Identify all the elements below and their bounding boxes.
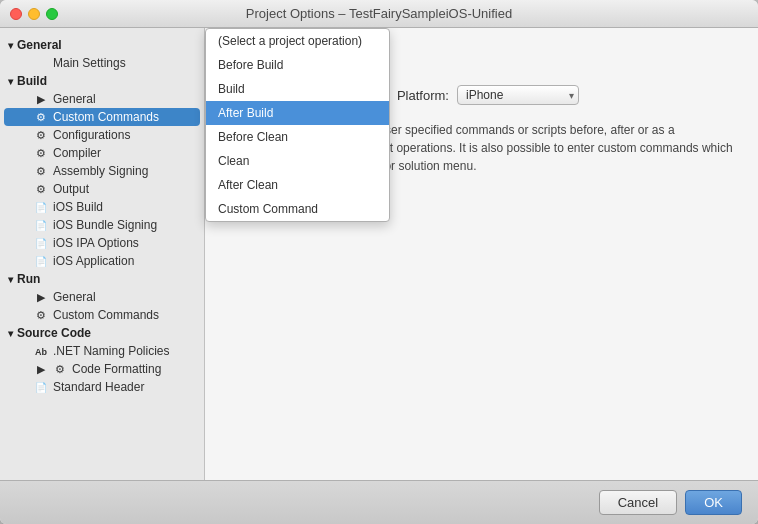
sidebar-item-standard-header-label: Standard Header bbox=[53, 380, 144, 394]
platform-select[interactable]: iPhone iPhone Simulator bbox=[457, 85, 579, 105]
sidebar-item-compiler[interactable]: Compiler bbox=[4, 144, 200, 162]
dropdown-option-after-build[interactable]: After Build bbox=[206, 101, 389, 125]
sidebar-item-general-label: General bbox=[53, 92, 96, 106]
main-panel: Custom Commands Configuration: Debug Rel… bbox=[205, 28, 758, 480]
sidebar-item-ios-build[interactable]: iOS Build bbox=[4, 198, 200, 216]
run-general-icon: ▶ bbox=[34, 291, 48, 304]
sidebar-item-ios-bundle-signing[interactable]: iOS Bundle Signing bbox=[4, 216, 200, 234]
sidebar-item-output-label: Output bbox=[53, 182, 89, 196]
sidebar-item-run-general-label: General bbox=[53, 290, 96, 304]
cancel-button[interactable]: Cancel bbox=[599, 490, 677, 515]
sidebar-item-naming-policies[interactable]: .NET Naming Policies bbox=[4, 342, 200, 360]
source-code-arrow-icon: ▾ bbox=[8, 328, 13, 339]
standard-header-icon bbox=[34, 381, 48, 393]
build-arrow-icon: ▾ bbox=[8, 76, 13, 87]
dropdown-option-clean[interactable]: Clean bbox=[206, 149, 389, 173]
sidebar-item-ios-application-label: iOS Application bbox=[53, 254, 134, 268]
sidebar-item-ios-ipa-options-label: iOS IPA Options bbox=[53, 236, 139, 250]
minimize-button[interactable] bbox=[28, 8, 40, 20]
sidebar-item-main-settings[interactable]: Main Settings bbox=[4, 54, 200, 72]
sidebar-item-code-formatting-label: Code Formatting bbox=[72, 362, 161, 376]
sidebar-item-standard-header[interactable]: Standard Header bbox=[4, 378, 200, 396]
dropdown-menu: (Select a project operation) Before Buil… bbox=[205, 28, 390, 222]
sidebar-item-code-formatting[interactable]: ▶ Code Formatting bbox=[4, 360, 200, 378]
main-window: Project Options – TestFairySampleiOS-Uni… bbox=[0, 0, 758, 524]
sidebar-item-assembly-signing[interactable]: Assembly Signing bbox=[4, 162, 200, 180]
sidebar-item-configurations[interactable]: Configurations bbox=[4, 126, 200, 144]
compiler-icon bbox=[34, 147, 48, 160]
code-formatting-icon: ▶ bbox=[34, 363, 48, 376]
sidebar-item-naming-policies-label: .NET Naming Policies bbox=[53, 344, 169, 358]
arrow-icon: ▾ bbox=[8, 40, 13, 51]
sidebar-section-source-code-label: Source Code bbox=[17, 326, 91, 340]
sidebar-section-run-label: Run bbox=[17, 272, 40, 286]
dropdown-option-custom-command[interactable]: Custom Command bbox=[206, 197, 389, 221]
footer: Cancel OK bbox=[0, 480, 758, 524]
sidebar-item-ios-build-label: iOS Build bbox=[53, 200, 103, 214]
maximize-button[interactable] bbox=[46, 8, 58, 20]
sidebar-item-custom-commands-label: Custom Commands bbox=[53, 110, 159, 124]
sidebar-section-build-label: Build bbox=[17, 74, 47, 88]
sidebar-section-general-label: General bbox=[17, 38, 62, 52]
dropdown-option-after-clean[interactable]: After Clean bbox=[206, 173, 389, 197]
ios-bundle-signing-icon bbox=[34, 219, 48, 231]
titlebar: Project Options – TestFairySampleiOS-Uni… bbox=[0, 0, 758, 28]
sidebar-item-assembly-signing-label: Assembly Signing bbox=[53, 164, 148, 178]
ios-application-icon bbox=[34, 255, 48, 267]
ios-ipa-options-icon bbox=[34, 237, 48, 249]
sidebar-item-configurations-label: Configurations bbox=[53, 128, 130, 142]
sidebar-item-general[interactable]: ▶ General bbox=[4, 90, 200, 108]
assembly-signing-icon bbox=[34, 165, 48, 178]
sidebar-item-compiler-label: Compiler bbox=[53, 146, 101, 160]
platform-select-wrapper: iPhone iPhone Simulator bbox=[457, 85, 579, 105]
close-button[interactable] bbox=[10, 8, 22, 20]
sidebar: ▾ General Main Settings ▾ Build ▶ Genera… bbox=[0, 28, 205, 480]
configurations-icon bbox=[34, 129, 48, 142]
run-custom-commands-icon bbox=[34, 309, 48, 322]
code-formatting-gear-icon bbox=[53, 363, 67, 376]
output-icon bbox=[34, 183, 48, 196]
dropdown-option-build[interactable]: Build bbox=[206, 77, 389, 101]
custom-commands-icon bbox=[34, 111, 48, 124]
dropdown-option-before-build[interactable]: Before Build bbox=[206, 53, 389, 77]
window-title: Project Options – TestFairySampleiOS-Uni… bbox=[246, 6, 512, 21]
traffic-lights bbox=[10, 8, 58, 20]
ios-build-icon bbox=[34, 201, 48, 213]
run-arrow-icon: ▾ bbox=[8, 274, 13, 285]
content-area: ▾ General Main Settings ▾ Build ▶ Genera… bbox=[0, 28, 758, 480]
sidebar-item-output[interactable]: Output bbox=[4, 180, 200, 198]
sidebar-item-main-settings-label: Main Settings bbox=[53, 56, 126, 70]
sidebar-section-source-code[interactable]: ▾ Source Code bbox=[0, 324, 204, 342]
sidebar-item-ios-ipa-options[interactable]: iOS IPA Options bbox=[4, 234, 200, 252]
platform-label: Platform: bbox=[397, 88, 449, 103]
general-icon: ▶ bbox=[34, 93, 48, 106]
sidebar-item-run-custom-commands[interactable]: Custom Commands bbox=[4, 306, 200, 324]
dropdown-option-select[interactable]: (Select a project operation) bbox=[206, 29, 389, 53]
naming-policies-icon bbox=[34, 345, 48, 357]
sidebar-item-ios-bundle-signing-label: iOS Bundle Signing bbox=[53, 218, 157, 232]
dropdown-option-before-clean[interactable]: Before Clean bbox=[206, 125, 389, 149]
sidebar-item-custom-commands[interactable]: Custom Commands bbox=[4, 108, 200, 126]
sidebar-section-general[interactable]: ▾ General bbox=[0, 36, 204, 54]
sidebar-section-run[interactable]: ▾ Run bbox=[0, 270, 204, 288]
sidebar-item-ios-application[interactable]: iOS Application bbox=[4, 252, 200, 270]
sidebar-item-run-general[interactable]: ▶ General bbox=[4, 288, 200, 306]
sidebar-item-run-custom-commands-label: Custom Commands bbox=[53, 308, 159, 322]
sidebar-section-build[interactable]: ▾ Build bbox=[0, 72, 204, 90]
ok-button[interactable]: OK bbox=[685, 490, 742, 515]
